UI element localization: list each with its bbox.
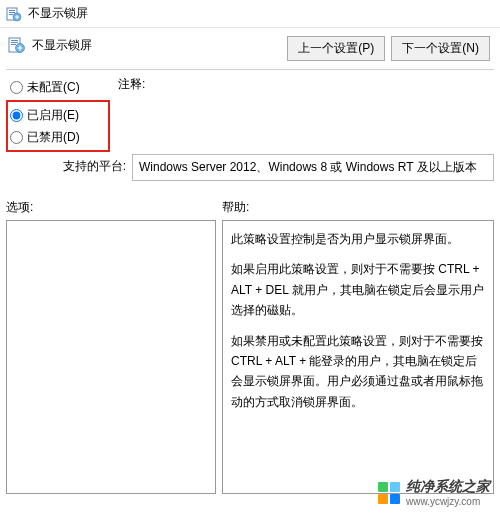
radio-not-configured-input[interactable] <box>10 81 23 94</box>
titlebar: 不显示锁屏 <box>0 0 500 28</box>
options-pane: 选项: <box>6 185 216 494</box>
help-paragraph: 此策略设置控制是否为用户显示锁屏界面。 <box>231 229 485 249</box>
radio-disabled-input[interactable] <box>10 131 23 144</box>
radio-not-configured-label: 未配置(C) <box>27 79 80 96</box>
nav-buttons: 上一个设置(P) 下一个设置(N) <box>287 36 494 61</box>
supported-platform-label: 支持的平台: <box>6 154 132 175</box>
next-setting-button[interactable]: 下一个设置(N) <box>391 36 490 61</box>
comment-label: 注释: <box>118 76 494 93</box>
help-pane: 帮助: 此策略设置控制是否为用户显示锁屏界面。 如果启用此策略设置，则对于不需要… <box>222 185 494 494</box>
help-paragraph: 如果启用此策略设置，则对于不需要按 CTRL + ALT + DEL 就用户，其… <box>231 259 485 320</box>
svg-rect-8 <box>11 44 16 45</box>
gpedit-icon <box>6 6 22 22</box>
svg-rect-7 <box>11 42 18 43</box>
policy-header: 不显示锁屏 上一个设置(P) 下一个设置(N) <box>0 28 500 65</box>
radio-enabled[interactable]: 已启用(E) <box>10 104 104 126</box>
radio-disabled[interactable]: 已禁用(D) <box>10 126 104 148</box>
highlight-box: 已启用(E) 已禁用(D) <box>6 100 110 152</box>
options-box <box>6 220 216 494</box>
supported-platform-row: 支持的平台: Windows Server 2012、Windows 8 或 W… <box>0 152 500 181</box>
panes: 选项: 帮助: 此策略设置控制是否为用户显示锁屏界面。 如果启用此策略设置，则对… <box>0 181 500 494</box>
config-row: 未配置(C) 已启用(E) 已禁用(D) 注释: <box>0 70 500 152</box>
comment-column: 注释: <box>110 76 494 97</box>
svg-rect-2 <box>9 12 15 13</box>
window-title: 不显示锁屏 <box>28 5 88 22</box>
options-label: 选项: <box>6 185 216 220</box>
policy-title: 不显示锁屏 <box>32 36 287 54</box>
svg-rect-6 <box>11 40 18 41</box>
previous-setting-button[interactable]: 上一个设置(P) <box>287 36 385 61</box>
state-radio-group: 未配置(C) 已启用(E) 已禁用(D) <box>10 76 110 152</box>
radio-enabled-input[interactable] <box>10 109 23 122</box>
radio-not-configured[interactable]: 未配置(C) <box>10 76 110 98</box>
help-box: 此策略设置控制是否为用户显示锁屏界面。 如果启用此策略设置，则对于不需要按 CT… <box>222 220 494 494</box>
radio-disabled-label: 已禁用(D) <box>27 129 80 146</box>
watermark-line2: www.ycwjzy.com <box>406 496 490 507</box>
help-label: 帮助: <box>222 185 494 220</box>
supported-platform-value: Windows Server 2012、Windows 8 或 Windows … <box>132 154 494 181</box>
policy-icon <box>8 36 26 54</box>
svg-rect-1 <box>9 10 15 11</box>
svg-rect-3 <box>9 14 13 15</box>
radio-enabled-label: 已启用(E) <box>27 107 79 124</box>
help-paragraph: 如果禁用或未配置此策略设置，则对于不需要按 CTRL + ALT + 能登录的用… <box>231 331 485 413</box>
